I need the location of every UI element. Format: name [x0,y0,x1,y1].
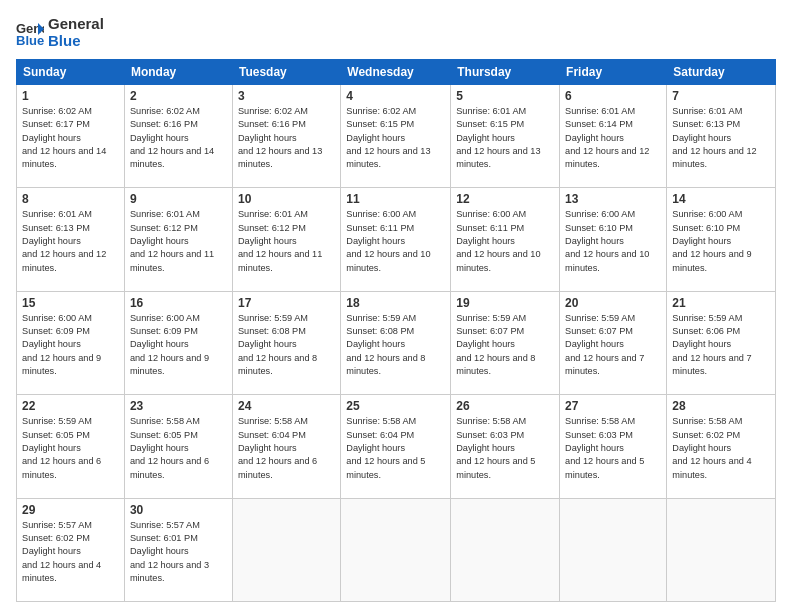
day-number: 21 [672,296,770,310]
day-number: 8 [22,192,119,206]
calendar-cell: 12 Sunrise: 6:00 AMSunset: 6:11 PMDaylig… [451,188,560,291]
day-info: Sunrise: 5:58 AMSunset: 6:03 PMDaylight … [565,415,661,482]
day-number: 26 [456,399,554,413]
week-row-2: 8 Sunrise: 6:01 AMSunset: 6:13 PMDayligh… [17,188,776,291]
day-number: 2 [130,89,227,103]
day-info: Sunrise: 5:58 AMSunset: 6:02 PMDaylight … [672,415,770,482]
day-info: Sunrise: 6:01 AMSunset: 6:13 PMDaylight … [672,105,770,172]
col-header-tuesday: Tuesday [232,60,340,85]
calendar-cell: 4 Sunrise: 6:02 AMSunset: 6:15 PMDayligh… [341,85,451,188]
calendar-cell: 23 Sunrise: 5:58 AMSunset: 6:05 PMDaylig… [124,395,232,498]
day-info: Sunrise: 6:01 AMSunset: 6:12 PMDaylight … [238,208,335,275]
day-info: Sunrise: 6:00 AMSunset: 6:09 PMDaylight … [22,312,119,379]
calendar-cell [232,498,340,601]
day-info: Sunrise: 5:59 AMSunset: 6:08 PMDaylight … [238,312,335,379]
day-info: Sunrise: 6:02 AMSunset: 6:17 PMDaylight … [22,105,119,172]
calendar-cell: 24 Sunrise: 5:58 AMSunset: 6:04 PMDaylig… [232,395,340,498]
day-info: Sunrise: 6:00 AMSunset: 6:11 PMDaylight … [346,208,445,275]
day-number: 20 [565,296,661,310]
calendar-cell: 19 Sunrise: 5:59 AMSunset: 6:07 PMDaylig… [451,291,560,394]
day-info: Sunrise: 5:58 AMSunset: 6:04 PMDaylight … [346,415,445,482]
day-info: Sunrise: 5:58 AMSunset: 6:05 PMDaylight … [130,415,227,482]
day-number: 22 [22,399,119,413]
calendar-cell: 8 Sunrise: 6:01 AMSunset: 6:13 PMDayligh… [17,188,125,291]
day-number: 17 [238,296,335,310]
logo-icon: General Blue [16,19,44,47]
col-header-sunday: Sunday [17,60,125,85]
col-header-friday: Friday [560,60,667,85]
calendar-cell: 11 Sunrise: 6:00 AMSunset: 6:11 PMDaylig… [341,188,451,291]
day-info: Sunrise: 6:02 AMSunset: 6:16 PMDaylight … [130,105,227,172]
svg-text:Blue: Blue [16,33,44,47]
calendar-cell: 7 Sunrise: 6:01 AMSunset: 6:13 PMDayligh… [667,85,776,188]
col-header-thursday: Thursday [451,60,560,85]
calendar-cell: 1 Sunrise: 6:02 AMSunset: 6:17 PMDayligh… [17,85,125,188]
day-number: 18 [346,296,445,310]
logo-general: General [48,16,104,33]
day-number: 1 [22,89,119,103]
calendar-cell: 5 Sunrise: 6:01 AMSunset: 6:15 PMDayligh… [451,85,560,188]
calendar-cell [667,498,776,601]
day-number: 25 [346,399,445,413]
calendar-cell: 17 Sunrise: 5:59 AMSunset: 6:08 PMDaylig… [232,291,340,394]
week-row-5: 29 Sunrise: 5:57 AMSunset: 6:02 PMDaylig… [17,498,776,601]
calendar-cell: 30 Sunrise: 5:57 AMSunset: 6:01 PMDaylig… [124,498,232,601]
day-number: 27 [565,399,661,413]
calendar-header-row: SundayMondayTuesdayWednesdayThursdayFrid… [17,60,776,85]
calendar-cell: 27 Sunrise: 5:58 AMSunset: 6:03 PMDaylig… [560,395,667,498]
calendar-cell: 29 Sunrise: 5:57 AMSunset: 6:02 PMDaylig… [17,498,125,601]
day-info: Sunrise: 6:01 AMSunset: 6:14 PMDaylight … [565,105,661,172]
day-info: Sunrise: 5:58 AMSunset: 6:04 PMDaylight … [238,415,335,482]
col-header-saturday: Saturday [667,60,776,85]
day-info: Sunrise: 5:57 AMSunset: 6:02 PMDaylight … [22,519,119,586]
day-info: Sunrise: 6:01 AMSunset: 6:13 PMDaylight … [22,208,119,275]
week-row-4: 22 Sunrise: 5:59 AMSunset: 6:05 PMDaylig… [17,395,776,498]
day-number: 6 [565,89,661,103]
calendar-cell: 15 Sunrise: 6:00 AMSunset: 6:09 PMDaylig… [17,291,125,394]
logo-blue: Blue [48,33,104,50]
day-number: 4 [346,89,445,103]
day-number: 24 [238,399,335,413]
calendar-cell: 16 Sunrise: 6:00 AMSunset: 6:09 PMDaylig… [124,291,232,394]
day-info: Sunrise: 6:00 AMSunset: 6:09 PMDaylight … [130,312,227,379]
calendar-cell: 10 Sunrise: 6:01 AMSunset: 6:12 PMDaylig… [232,188,340,291]
day-info: Sunrise: 5:59 AMSunset: 6:07 PMDaylight … [565,312,661,379]
calendar-cell: 20 Sunrise: 5:59 AMSunset: 6:07 PMDaylig… [560,291,667,394]
calendar-cell: 26 Sunrise: 5:58 AMSunset: 6:03 PMDaylig… [451,395,560,498]
page: General Blue General Blue SundayMondayTu… [0,0,792,612]
day-info: Sunrise: 5:58 AMSunset: 6:03 PMDaylight … [456,415,554,482]
week-row-3: 15 Sunrise: 6:00 AMSunset: 6:09 PMDaylig… [17,291,776,394]
day-info: Sunrise: 5:59 AMSunset: 6:08 PMDaylight … [346,312,445,379]
col-header-wednesday: Wednesday [341,60,451,85]
day-number: 5 [456,89,554,103]
day-number: 15 [22,296,119,310]
calendar-cell: 9 Sunrise: 6:01 AMSunset: 6:12 PMDayligh… [124,188,232,291]
day-info: Sunrise: 6:02 AMSunset: 6:16 PMDaylight … [238,105,335,172]
day-info: Sunrise: 5:57 AMSunset: 6:01 PMDaylight … [130,519,227,586]
calendar-cell: 14 Sunrise: 6:00 AMSunset: 6:10 PMDaylig… [667,188,776,291]
calendar-cell: 25 Sunrise: 5:58 AMSunset: 6:04 PMDaylig… [341,395,451,498]
col-header-monday: Monday [124,60,232,85]
calendar-cell: 18 Sunrise: 5:59 AMSunset: 6:08 PMDaylig… [341,291,451,394]
day-info: Sunrise: 5:59 AMSunset: 6:05 PMDaylight … [22,415,119,482]
header: General Blue General Blue [16,16,776,49]
week-row-1: 1 Sunrise: 6:02 AMSunset: 6:17 PMDayligh… [17,85,776,188]
day-info: Sunrise: 6:00 AMSunset: 6:10 PMDaylight … [565,208,661,275]
day-info: Sunrise: 6:01 AMSunset: 6:15 PMDaylight … [456,105,554,172]
day-number: 16 [130,296,227,310]
calendar-cell: 22 Sunrise: 5:59 AMSunset: 6:05 PMDaylig… [17,395,125,498]
logo: General Blue General Blue [16,16,104,49]
day-info: Sunrise: 6:02 AMSunset: 6:15 PMDaylight … [346,105,445,172]
calendar: SundayMondayTuesdayWednesdayThursdayFrid… [16,59,776,602]
day-number: 28 [672,399,770,413]
day-number: 30 [130,503,227,517]
day-info: Sunrise: 5:59 AMSunset: 6:07 PMDaylight … [456,312,554,379]
calendar-cell: 3 Sunrise: 6:02 AMSunset: 6:16 PMDayligh… [232,85,340,188]
day-number: 10 [238,192,335,206]
day-number: 19 [456,296,554,310]
day-info: Sunrise: 5:59 AMSunset: 6:06 PMDaylight … [672,312,770,379]
calendar-cell: 13 Sunrise: 6:00 AMSunset: 6:10 PMDaylig… [560,188,667,291]
day-number: 9 [130,192,227,206]
day-number: 29 [22,503,119,517]
day-info: Sunrise: 6:00 AMSunset: 6:10 PMDaylight … [672,208,770,275]
